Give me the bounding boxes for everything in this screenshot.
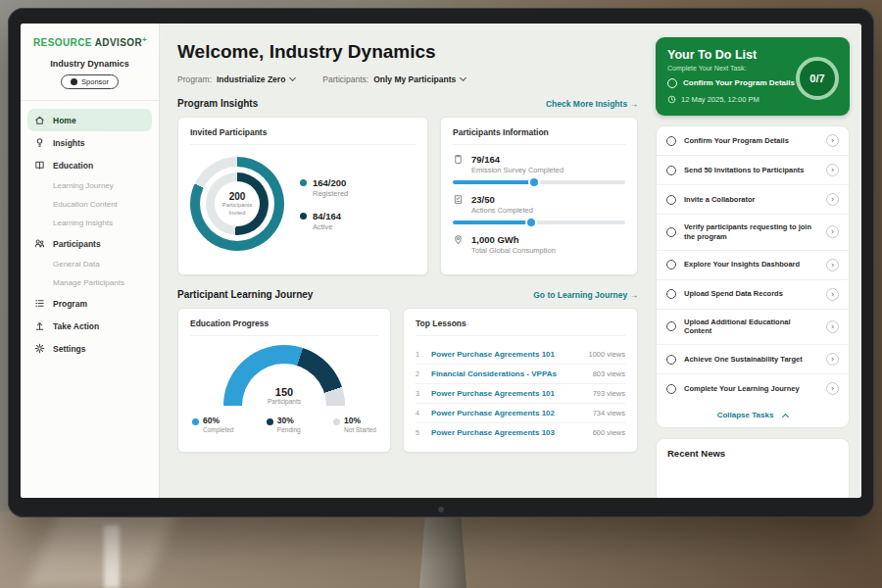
sidebar-item-education[interactable]: Education xyxy=(21,154,159,176)
task-row[interactable]: Confirm Your Program Details › xyxy=(657,126,849,156)
todo-progress-value: 0/7 xyxy=(809,73,824,84)
dashboard-screen: RESOURCE ADVISOR+ Industry Dynamics Spon… xyxy=(21,24,861,498)
sidebar-item-learning-journey[interactable]: Learning Journey xyxy=(21,176,159,195)
chevron-right-icon[interactable]: › xyxy=(826,320,839,333)
todo-due-date: 12 May 2025, 12:00 PM xyxy=(681,95,760,104)
location-pin-icon xyxy=(453,234,464,255)
donut-gap: 200 Participants Invited xyxy=(200,167,274,241)
checkbox-circle-icon[interactable] xyxy=(666,355,676,365)
checkbox-circle-icon[interactable] xyxy=(666,260,676,270)
progress-fill xyxy=(453,180,535,184)
clock-icon xyxy=(667,95,676,104)
checkbox-circle-icon[interactable] xyxy=(667,78,677,88)
arrow-right-icon: → xyxy=(630,290,639,300)
arrow-right-icon: → xyxy=(630,99,639,109)
task-row[interactable]: Explore Your Insights Dashboard › xyxy=(657,251,849,280)
sidebar-item-program[interactable]: Program xyxy=(21,292,159,315)
legend-dot xyxy=(267,418,273,425)
lesson-row: 4 Power Purchase Agreements 102 734 view… xyxy=(416,404,625,423)
checkbox-circle-icon[interactable] xyxy=(666,136,676,146)
task-row[interactable]: Invite a Collaborator › xyxy=(657,185,849,215)
chevron-right-icon[interactable]: › xyxy=(826,382,839,395)
card-title: Education Progress xyxy=(190,318,378,336)
info-item-consumption: 1,000 GWh Total Global Consumption xyxy=(453,234,625,255)
checklist-icon xyxy=(453,194,464,215)
home-icon xyxy=(34,115,45,125)
task-row[interactable]: Send 50 Invitations to Participants › xyxy=(657,156,849,185)
learning-journey-head: Participant Learning Journey Go to Learn… xyxy=(177,289,638,300)
checkbox-circle-icon[interactable] xyxy=(666,289,676,299)
lesson-rank: 5 xyxy=(416,429,423,436)
legend-dot xyxy=(300,179,307,186)
sidebar-item-label: Learning Insights xyxy=(53,219,113,227)
task-row[interactable]: Upload Spend Data Records › xyxy=(657,280,849,310)
recent-news-title: Recent News xyxy=(667,448,725,459)
todo-next-task[interactable]: Confirm Your Program Details xyxy=(667,78,803,88)
sidebar-item-participants[interactable]: Participants xyxy=(21,232,159,255)
chevron-right-icon[interactable]: › xyxy=(826,353,839,366)
chevron-right-icon[interactable]: › xyxy=(826,225,839,238)
chevron-right-icon[interactable]: › xyxy=(826,164,839,176)
lesson-title-link[interactable]: Power Purchase Agreements 103 xyxy=(431,428,585,437)
sidebar-item-home[interactable]: Home xyxy=(27,109,152,131)
lesson-title-link[interactable]: Power Purchase Agreements 101 xyxy=(431,350,580,359)
go-to-learning-journey-link[interactable]: Go to Learning Journey → xyxy=(533,290,638,300)
section-title: Participant Learning Journey xyxy=(177,289,313,300)
page-title: Welcome, Industry Dynamics xyxy=(177,41,638,63)
chevron-right-icon[interactable]: › xyxy=(826,259,839,271)
sidebar-item-manage-participants[interactable]: Manage Participants xyxy=(21,273,159,292)
sidebar-item-take-action[interactable]: Take Action xyxy=(21,315,159,337)
task-row[interactable]: Complete Your Learning Journey › xyxy=(657,374,849,403)
background-scene: RESOURCE ADVISOR+ Industry Dynamics Spon… xyxy=(0,0,882,588)
legend-item: 30% Pending xyxy=(267,416,301,433)
task-row[interactable]: Verify participants requesting to join t… xyxy=(657,215,849,251)
sidebar-item-insights[interactable]: Insights xyxy=(21,131,159,154)
gauge-center-label: Participants xyxy=(223,398,345,405)
sidebar-item-learning-insights[interactable]: Learning Insights xyxy=(21,214,159,232)
task-label: Complete Your Learning Journey xyxy=(684,384,818,394)
chevron-right-icon[interactable]: › xyxy=(826,288,839,301)
card-title: Invited Participants xyxy=(190,127,416,145)
sidebar-item-general-data[interactable]: General Data xyxy=(21,255,159,273)
check-more-insights-link[interactable]: Check More Insights → xyxy=(546,99,638,109)
task-row[interactable]: Upload Additional Educational Content › xyxy=(657,310,849,346)
sidebar-item-label: General Data xyxy=(53,260,100,269)
participants-filter[interactable]: Participants: Only My Participants xyxy=(322,74,466,84)
checkbox-circle-icon[interactable] xyxy=(666,195,676,205)
sidebar-item-settings[interactable]: Settings xyxy=(21,337,159,360)
checkbox-circle-icon[interactable] xyxy=(666,227,676,237)
task-row[interactable]: Achieve One Sustainability Target › xyxy=(657,345,849,374)
legend-item: 10% Not Started xyxy=(333,416,376,433)
lesson-row: 3 Power Purchase Agreements 101 793 view… xyxy=(416,384,625,404)
sponsor-badge[interactable]: Sponsor xyxy=(61,74,119,89)
checkbox-circle-icon[interactable] xyxy=(666,166,676,175)
light-strip xyxy=(104,525,120,588)
main-content: Welcome, Industry Dynamics Program: Indu… xyxy=(160,24,652,498)
lesson-rank: 3 xyxy=(416,390,423,397)
lesson-row: 1 Power Purchase Agreements 101 1000 vie… xyxy=(416,345,625,365)
chevron-right-icon[interactable]: › xyxy=(826,193,839,206)
filters-row: Program: Industrialize Zero Participants… xyxy=(177,74,638,84)
lesson-title-link[interactable]: Financial Considerations - VPPAs xyxy=(431,369,585,378)
collapse-tasks-button[interactable]: Collapse Tasks xyxy=(657,403,849,427)
legend-label: Completed xyxy=(203,426,233,433)
task-label: Verify participants requesting to join t… xyxy=(684,222,818,242)
legend-item: 164/200 Registered xyxy=(300,177,348,198)
task-label: Achieve One Sustainability Target xyxy=(684,355,818,365)
monitor-logo-dot xyxy=(438,507,444,513)
link-label: Check More Insights xyxy=(546,99,627,109)
participants-information-card: Participants Information 79/164 Emission… xyxy=(440,117,638,275)
lesson-rank: 4 xyxy=(416,410,423,416)
book-icon xyxy=(34,160,45,171)
sidebar-item-label: Take Action xyxy=(53,321,99,331)
sponsor-icon xyxy=(71,78,77,85)
checkbox-circle-icon[interactable] xyxy=(666,321,676,331)
checkbox-circle-icon[interactable] xyxy=(666,384,676,394)
education-progress-card: Education Progress 150 Participants xyxy=(177,308,391,453)
org-block: Industry Dynamics Sponsor xyxy=(21,59,159,89)
program-filter[interactable]: Program: Industrialize Zero xyxy=(177,74,295,84)
lesson-title-link[interactable]: Power Purchase Agreements 102 xyxy=(431,409,585,417)
lesson-title-link[interactable]: Power Purchase Agreements 101 xyxy=(431,389,585,398)
chevron-right-icon[interactable]: › xyxy=(826,134,839,147)
sidebar-item-education-content[interactable]: Education Content xyxy=(21,195,159,214)
